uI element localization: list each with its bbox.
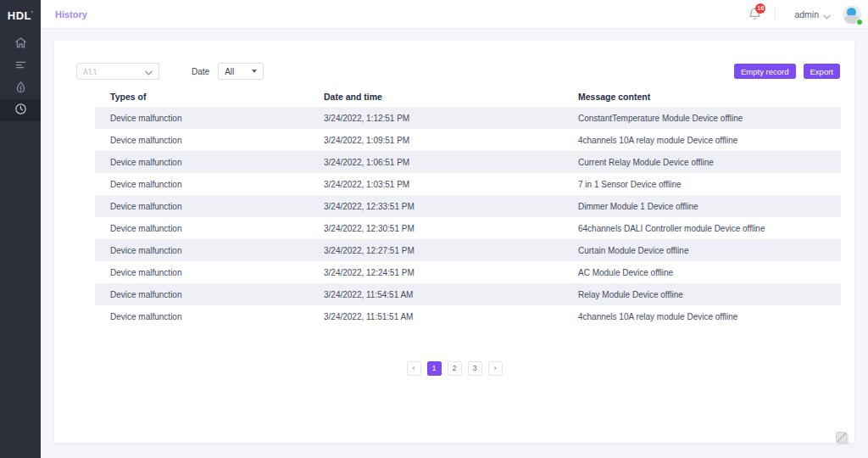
table-cell: 4channels 10A relay module Device offlin… [578,312,826,321]
table-cell: 3/24/2022, 12:24:51 PM [324,268,578,277]
online-status-dot [856,19,863,25]
table-cell: 3/24/2022, 11:54:51 AM [324,290,578,299]
list-icon [14,59,27,75]
pagination-next-button[interactable]: › [488,361,503,376]
col-header-message: Message content [578,92,826,102]
pagination-page-3[interactable]: 3 [468,361,482,376]
table-row: Device malfunction3/24/2022, 1:06:51 PMC… [95,151,841,173]
table-body: Device malfunction3/24/2022, 1:12:51 PMC… [95,107,841,327]
clock-icon [14,103,27,119]
table-cell: 3/24/2022, 11:51:51 AM [324,312,578,321]
chevron-down-icon [145,64,153,79]
table-row: Device malfunction3/24/2022, 12:30:51 PM… [95,217,841,239]
table-cell: Device malfunction [110,202,324,211]
topbar: History 16 admin [41,0,868,29]
table-row: Device malfunction3/24/2022, 12:24:51 PM… [95,261,841,283]
pagination-page-1[interactable]: 1 [427,361,442,376]
table-cell: 4channels 10A relay module Device offlin… [578,136,826,145]
table-cell: 64channels DALI Controller module Device… [578,224,826,233]
username[interactable]: admin [794,9,819,20]
table-row: Device malfunction3/24/2022, 1:12:51 PMC… [95,107,841,129]
sidebar-item-energy[interactable] [0,77,41,99]
sidebar-nav [0,33,41,121]
pagination-prev-button[interactable]: ‹ [407,361,421,376]
table-cell: Device malfunction [110,312,324,321]
sidebar-item-history[interactable] [0,99,41,121]
energy-drop-icon [14,81,27,97]
table-row: Device malfunction3/24/2022, 1:09:51 PM4… [95,129,841,151]
sidebar-item-list[interactable] [0,55,41,77]
page-title: History [55,9,87,20]
notification-badge: 16 [755,3,765,14]
toolbar: Empty record Export [734,64,840,79]
date-filter-select[interactable]: All [218,63,264,80]
table-cell: Device malfunction [110,158,324,167]
avatar[interactable] [843,5,861,24]
table-cell: Device malfunction [110,114,324,123]
table-row: Device malfunction3/24/2022, 11:51:51 AM… [95,305,841,327]
col-header-types: Types of [110,92,324,102]
date-filter-label: Date [192,67,209,76]
export-button[interactable]: Export [804,64,840,79]
topbar-right: 16 admin [748,5,868,24]
pagination: ‹123› [54,361,854,376]
chevron-down-icon[interactable] [823,8,831,23]
table-cell: 3/24/2022, 12:27:51 PM [324,246,578,255]
table-cell: Relay Module Device offline [578,290,826,299]
table-cell: 3/24/2022, 1:12:51 PM [324,114,578,123]
broken-image-icon [836,432,847,443]
table-cell: 3/24/2022, 12:30:51 PM [324,224,578,233]
hdl-logo: HDL' [0,0,41,32]
table-header: Types of Date and time Message content [95,87,841,107]
table-cell: Device malfunction [110,224,324,233]
table-row: Device malfunction3/24/2022, 1:03:51 PM7… [95,173,841,195]
caret-down-icon [252,70,257,73]
table-cell: 3/24/2022, 12:33:51 PM [324,202,578,211]
notifications-button[interactable]: 16 [748,7,763,22]
table-row: Device malfunction3/24/2022, 11:54:51 AM… [95,283,841,305]
type-filter-select[interactable]: All [76,63,159,80]
table-cell: Device malfunction [110,136,324,145]
home-icon [14,36,27,53]
table-cell: 3/24/2022, 1:09:51 PM [324,136,578,145]
table-row: Device malfunction3/24/2022, 12:27:51 PM… [95,239,841,261]
history-table: Types of Date and time Message content D… [95,87,841,327]
col-header-datetime: Date and time [324,92,578,102]
table-row: Device malfunction3/24/2022, 12:33:51 PM… [95,195,841,217]
table-cell: Device malfunction [110,246,324,255]
filter-row: All Date All Empty record Export [54,41,854,80]
table-cell: 3/24/2022, 1:06:51 PM [324,158,578,167]
date-filter-value: All [225,67,252,76]
table-cell: Curtain Module Device offline [578,246,826,255]
table-cell: Current Relay Module Device offline [578,158,826,167]
table-cell: Dimmer Module 1 Device offline [578,202,826,211]
history-card: All Date All Empty record Export Types o… [54,41,854,443]
type-filter-value: All [83,67,145,76]
table-cell: 7 in 1 Sensor Device offline [578,180,826,189]
table-cell: Device malfunction [110,180,324,189]
sidebar-item-home[interactable] [0,33,41,55]
topbar-divider [775,8,776,20]
table-cell: Device malfunction [110,290,324,299]
table-cell: AC Module Device offline [578,268,826,277]
table-cell: ConstantTemperature Module Device offlin… [578,114,826,123]
table-cell: 3/24/2022, 1:03:51 PM [324,180,578,189]
table-cell: Device malfunction [110,268,324,277]
sidebar: HDL' [0,0,41,458]
pagination-page-2[interactable]: 2 [448,361,462,376]
empty-record-button[interactable]: Empty record [734,64,796,79]
